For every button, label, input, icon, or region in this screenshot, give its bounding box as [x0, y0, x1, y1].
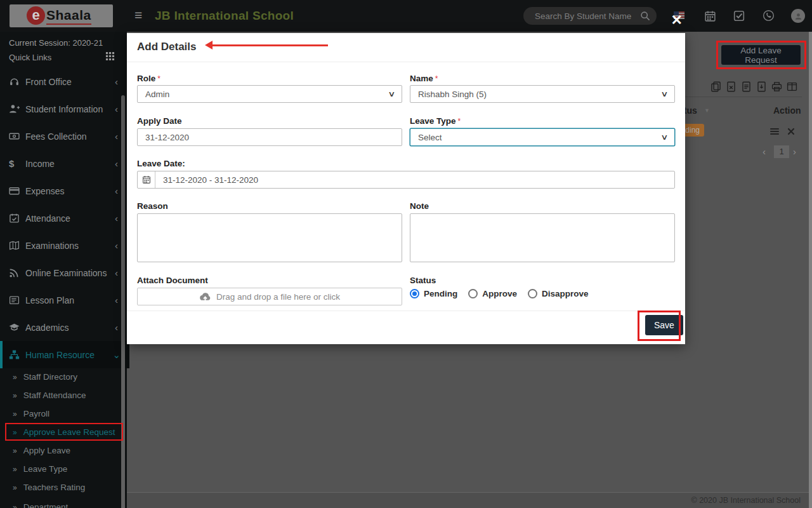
radio-pending[interactable]: Pending — [410, 289, 457, 298]
sidebar-item-front-office[interactable]: Front Office ‹ — [0, 68, 127, 95]
sidebar-item-attendance[interactable]: Attendance ‹ — [0, 204, 127, 232]
leave-date-label: Leave Date: — [137, 159, 185, 168]
current-session-label: Current Session: 2020-21 — [9, 38, 103, 48]
export-copy-icon[interactable] — [710, 81, 721, 92]
radio-approve[interactable]: Approve — [468, 289, 517, 298]
add-leave-request-button[interactable]: Add Leave Request — [721, 45, 801, 65]
sidebar-item-online-examinations[interactable]: Online Examinations ‹ — [0, 259, 127, 286]
required-asterisk: * — [435, 74, 438, 83]
role-label-row: Role* — [137, 72, 160, 84]
modal-close-icon[interactable]: ✕ — [671, 13, 683, 27]
tasks-icon[interactable] — [733, 10, 745, 22]
export-excel-icon[interactable] — [726, 81, 737, 92]
submenu-arrow-icon: » — [13, 391, 17, 400]
calendar-icon[interactable] — [138, 171, 155, 188]
leave-type-select[interactable]: Select ∨ — [410, 128, 675, 146]
sidebar-item-examinations[interactable]: Examinations ‹ — [0, 232, 127, 259]
sidebar-item-label: Online Examinations — [25, 268, 115, 278]
select-caret-icon: ∨ — [660, 90, 668, 98]
sidebar-subitem-staff-attendance[interactable]: » Staff Attendance — [0, 386, 127, 404]
annotation-arrow-line — [212, 44, 328, 46]
subitem-label: Leave Type — [23, 464, 68, 474]
chevron-left-icon: ‹ — [115, 104, 118, 114]
chevron-left-icon: ‹ — [115, 158, 118, 169]
logo[interactable]: e Shaala — [10, 4, 113, 27]
leave-date-range-input[interactable] — [155, 175, 674, 185]
search-icon[interactable] — [640, 11, 650, 21]
sitemap-icon — [9, 349, 20, 360]
attach-document-label-row: Attach Document — [137, 274, 208, 286]
sidebar-subitem-payroll[interactable]: » Payroll — [0, 404, 127, 423]
row-delete-icon[interactable] — [787, 127, 796, 136]
calendar-glyph — [142, 175, 151, 184]
sidebar-item-expenses[interactable]: Expenses ‹ — [0, 177, 127, 204]
radio-disapprove[interactable]: Disapprove — [528, 289, 589, 298]
user-avatar[interactable] — [791, 9, 805, 23]
pagination-page-1[interactable]: 1 — [774, 145, 789, 158]
sidebar-subitem-approve-leave-request[interactable]: » Approve Leave Request — [0, 423, 127, 441]
sidebar-toggle-icon[interactable]: ≡ — [134, 7, 142, 23]
columns-icon[interactable] — [787, 81, 797, 92]
radio-label: Pending — [424, 289, 457, 298]
action-column-header: Action — [773, 105, 801, 116]
name-select[interactable]: Rishabh Singh (5) ∨ — [410, 85, 675, 103]
sidebar-subitem-teachers-rating[interactable]: » Teachers Rating — [0, 478, 127, 497]
note-textarea[interactable] — [410, 213, 675, 262]
banknote-icon — [9, 131, 20, 142]
sidebar-scrollbar[interactable] — [121, 95, 125, 508]
leave-date-label-row: Leave Date: — [137, 157, 185, 169]
subitem-label: Apply Leave — [23, 446, 70, 455]
export-csv-icon[interactable] — [741, 81, 752, 92]
subitem-label: Teachers Rating — [23, 483, 86, 492]
sidebar-subitem-staff-directory[interactable]: » Staff Directory — [0, 368, 127, 386]
sidebar-subitem-department[interactable]: » Department — [0, 498, 127, 508]
search-input[interactable] — [534, 11, 640, 22]
select-caret-icon: ∨ — [388, 90, 395, 98]
quick-links-grid-icon[interactable] — [105, 51, 115, 61]
rss-icon — [9, 267, 20, 278]
quick-links-label[interactable]: Quick Links — [9, 53, 51, 62]
pagination-prev[interactable]: ‹ — [763, 146, 766, 157]
sidebar-subitem-apply-leave[interactable]: » Apply Leave — [0, 441, 127, 460]
page-scrollbar[interactable] — [809, 32, 812, 508]
chevron-left-icon: ‹ — [115, 76, 118, 87]
role-select-value: Admin — [145, 90, 389, 99]
sidebar-item-academics[interactable]: Academics ‹ — [0, 314, 127, 341]
submenu-arrow-icon: » — [13, 428, 17, 437]
radio-dot-icon — [410, 289, 419, 298]
whatsapp-icon[interactable] — [763, 10, 775, 22]
pagination-next[interactable]: › — [793, 146, 796, 157]
apply-date-label: Apply Date — [137, 116, 182, 126]
export-pdf-icon[interactable] — [756, 81, 767, 92]
apply-date-input[interactable] — [137, 128, 402, 146]
sidebar-item-student-information[interactable]: Student Information ‹ — [0, 95, 127, 123]
sort-caret-icon[interactable]: ▼ — [704, 107, 710, 114]
calendar-icon[interactable] — [704, 10, 716, 22]
logo-text: Shaala — [46, 8, 91, 25]
sidebar-item-lesson-plan[interactable]: Lesson Plan ‹ — [0, 286, 127, 314]
submenu-arrow-icon: » — [13, 503, 17, 508]
save-button[interactable]: Save — [645, 315, 683, 335]
credit-card-icon — [9, 185, 20, 196]
submenu-arrow-icon: » — [13, 373, 17, 382]
leave-type-select-value: Select — [418, 133, 662, 142]
headset-icon — [9, 76, 20, 87]
radio-dot-icon — [528, 289, 537, 298]
submenu-arrow-icon: » — [13, 446, 17, 455]
print-icon[interactable] — [771, 81, 782, 92]
row-menu-icon[interactable] — [769, 126, 780, 137]
sidebar-item-label: Front Office — [25, 77, 115, 87]
sidebar-subitem-leave-type[interactable]: » Leave Type — [0, 460, 127, 478]
name-label: Name — [410, 74, 433, 83]
sidebar-item-fees-collection[interactable]: Fees Collection ‹ — [0, 123, 127, 150]
sidebar-item-label: Income — [25, 159, 115, 169]
role-select[interactable]: Admin ∨ — [137, 85, 402, 103]
reason-textarea[interactable] — [137, 213, 402, 262]
sidebar-item-income[interactable]: $ Income ‹ — [0, 150, 127, 177]
sidebar-item-human-resource[interactable]: Human Resource ⌄ — [0, 341, 129, 368]
page-footer: © 2020 JB International School — [127, 492, 812, 508]
add-details-modal: ✕ Add Details Role* Admin ∨ Name* Rishab… — [127, 33, 685, 344]
cloud-upload-icon — [199, 291, 211, 303]
top-header: e Shaala ≡ JB International School — [0, 0, 812, 32]
file-dropzone[interactable]: Drag and drop a file here or click — [137, 288, 402, 305]
